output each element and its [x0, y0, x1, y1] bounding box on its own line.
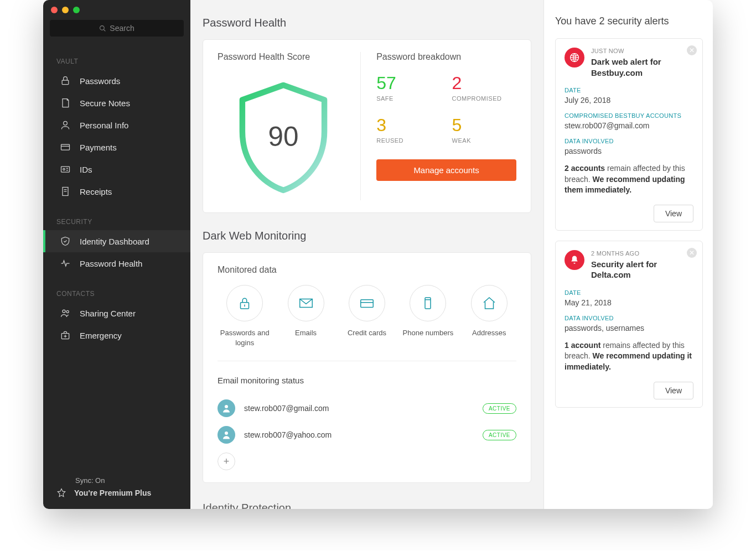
email-status-title: Email monitoring status	[218, 376, 516, 385]
nav-header-security: SECURITY	[43, 212, 190, 230]
premium-status: You're Premium Plus	[56, 488, 177, 498]
section-title-password-health: Password Health	[203, 17, 531, 29]
sidebar-item-identity-dashboard[interactable]: Identity Dashboard	[43, 230, 190, 252]
alert-message: 2 accounts remain affected by this breac…	[565, 163, 693, 196]
svg-point-14	[66, 310, 69, 313]
mon-label: Phone numbers	[401, 328, 455, 338]
minimize-window-button[interactable]	[62, 7, 69, 13]
sidebar-item-secure-notes[interactable]: Secure Notes	[43, 92, 190, 114]
nav-header-vault: VAULT	[43, 52, 190, 70]
mon-circle	[349, 285, 385, 321]
lock-icon	[60, 75, 71, 86]
monitored-data-title: Monitored data	[218, 265, 516, 275]
sidebar-item-label: IDs	[80, 165, 92, 174]
svg-rect-21	[361, 300, 374, 308]
svg-point-26	[225, 432, 228, 435]
mon-label: Passwords and logins	[218, 328, 272, 347]
search-placeholder: Search	[110, 24, 134, 33]
mon-circle	[410, 285, 446, 321]
alert-compromised: stew.rob007@gmail.com	[565, 121, 693, 130]
view-button[interactable]: View	[654, 205, 693, 222]
password-health-card: Password Health Score	[203, 39, 531, 213]
sidebar-item-sharing-center[interactable]: Sharing Center	[43, 302, 190, 324]
close-window-button[interactable]	[51, 7, 58, 13]
sidebar-footer: Sync: On You're Premium Plus	[43, 469, 190, 509]
add-email-button[interactable]: +	[218, 453, 235, 470]
svg-point-3	[64, 121, 68, 125]
sidebar-item-personal-info[interactable]: Personal Info	[43, 114, 190, 136]
people-icon	[60, 308, 71, 319]
maximize-window-button[interactable]	[73, 7, 80, 13]
alerts-panel: You have 2 security alerts ✕ JUST NOW Da…	[543, 0, 713, 509]
svg-point-7	[63, 168, 65, 170]
sidebar-item-receipts[interactable]: Receipts	[43, 180, 190, 202]
sidebar-item-ids[interactable]: IDs	[43, 158, 190, 180]
search-wrap: Search	[43, 17, 190, 45]
mon-circle	[226, 285, 263, 321]
phone-icon	[420, 295, 436, 311]
alert-msg-count: 1 account	[565, 341, 600, 350]
alert-time: 2 MONTHS AGO	[591, 250, 693, 257]
breakdown-reused-num: 3	[376, 116, 441, 134]
breakdown-title: Password breakdown	[376, 52, 516, 62]
sidebar-item-emergency[interactable]: Emergency	[43, 324, 190, 346]
status-badge: ACTIVE	[483, 430, 516, 440]
mon-circle	[288, 285, 324, 321]
card-icon	[359, 295, 375, 311]
breakdown-compromised-label: COMPROMISED	[452, 95, 516, 102]
nav-section-security: SECURITY Identity Dashboard Password Hea…	[43, 206, 190, 278]
view-button[interactable]: View	[654, 382, 693, 399]
breakdown-weak-label: WEAK	[452, 137, 516, 144]
person-icon	[221, 403, 231, 413]
sidebar-item-passwords[interactable]: Passwords	[43, 70, 190, 92]
nav-section-contacts: CONTACTS Sharing Center Emergency	[43, 278, 190, 350]
monitored-data-row: Passwords and logins Emails Credit cards…	[218, 285, 516, 361]
star-icon	[56, 488, 66, 498]
email-row: stew.rob007@gmail.com ACTIVE	[218, 395, 516, 422]
sidebar-item-label: Sharing Center	[80, 309, 136, 318]
alert-date: July 26, 2018	[565, 96, 693, 105]
mon-circle	[471, 285, 508, 321]
svg-rect-2	[62, 80, 69, 85]
breakdown-weak: 5 WEAK	[452, 116, 516, 144]
envelope-icon	[298, 295, 314, 311]
manage-accounts-button[interactable]: Manage accounts	[376, 159, 516, 181]
svg-rect-6	[61, 167, 70, 172]
alerts-title: You have 2 security alerts	[555, 15, 703, 27]
sync-status: Sync: On	[56, 476, 177, 485]
health-score-title: Password Health Score	[218, 52, 349, 62]
shield-icon	[60, 236, 71, 247]
alert-message: 1 account remains affected by this breac…	[565, 340, 693, 373]
nav-section-vault: VAULT Passwords Secure Notes Personal In…	[43, 45, 190, 206]
mon-item-emails: Emails	[278, 285, 333, 347]
alert-subject: Dark web alert for Bestbuy.com	[591, 56, 693, 78]
breakdown-weak-num: 5	[452, 116, 516, 134]
mon-label: Emails	[278, 328, 333, 338]
lock-icon	[236, 295, 253, 311]
sidebar-item-payments[interactable]: Payments	[43, 136, 190, 158]
person-icon	[221, 430, 231, 440]
alert-data: passwords	[565, 147, 693, 155]
sidebar-item-label: Receipts	[80, 187, 112, 196]
avatar	[218, 426, 235, 444]
home-icon	[481, 295, 498, 311]
alert-card: ✕ JUST NOW Dark web alert for Bestbuy.co…	[555, 38, 703, 231]
card-icon	[60, 142, 71, 153]
email-row: stew.rob007@yahoo.com ACTIVE	[218, 422, 516, 448]
close-icon[interactable]: ✕	[687, 45, 697, 55]
breakdown-safe: 57 SAFE	[376, 74, 441, 102]
breakdown-reused-label: REUSED	[376, 137, 441, 144]
mon-item-passwords: Passwords and logins	[218, 285, 272, 347]
sidebar-item-label: Secure Notes	[80, 98, 130, 108]
person-icon	[60, 119, 71, 131]
status-badge: ACTIVE	[483, 403, 516, 414]
search-input[interactable]: Search	[50, 20, 184, 37]
mon-item-credit-cards: Credit cards	[340, 285, 394, 347]
close-icon[interactable]: ✕	[687, 248, 697, 258]
breakdown-safe-num: 57	[376, 74, 441, 92]
sidebar-item-password-health[interactable]: Password Health	[43, 252, 190, 274]
premium-label: You're Premium Plus	[74, 488, 151, 497]
pulse-icon	[60, 258, 71, 269]
id-icon	[60, 164, 71, 175]
search-icon	[99, 25, 106, 32]
